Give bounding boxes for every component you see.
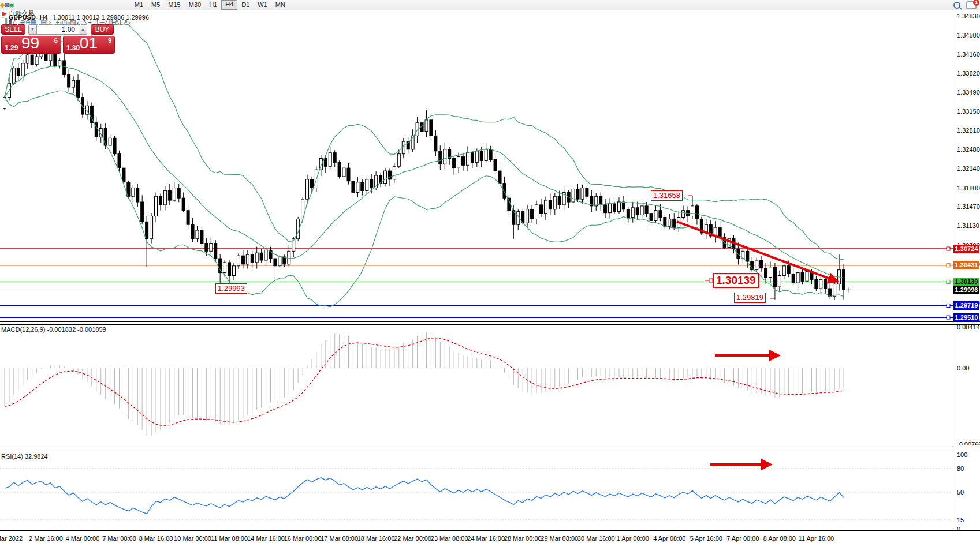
price-tick: 1.34830 [957, 13, 980, 20]
macd-pane[interactable] [0, 324, 953, 445]
timeframe-m30[interactable]: M30 [185, 1, 205, 9]
bid-price-major: 1.29 [5, 44, 18, 52]
new-order-button[interactable]: ▥新订单 [0, 0, 131, 1]
price-tick: 1.34160 [957, 51, 980, 58]
auto-trading-button-icon: ▶ [2, 10, 7, 17]
arrows-icon[interactable]: ↗▾ [122, 18, 131, 25]
date-label: 17 Mar 08:00 [321, 535, 358, 542]
search-icon[interactable] [953, 2, 960, 9]
timeframe-mn[interactable]: MN [271, 1, 289, 9]
price-level-label: 1.29996 [953, 286, 979, 294]
price-level-label: 1.30431 [953, 261, 979, 269]
macd-tick: 0.00 [957, 365, 969, 372]
timeframe-m15[interactable]: M15 [164, 1, 184, 9]
date-label: 14 Mar 16:00 [247, 535, 285, 542]
mt4-terminal: { "toolbar": { "new_order_label": "新订单",… [0, 0, 980, 543]
timeframe-d1[interactable]: D1 [237, 1, 254, 9]
chart-shift-icon[interactable]: ▷ [47, 18, 51, 25]
rsi-tick: 15 [957, 516, 964, 523]
main-chart-pane[interactable] [0, 10, 953, 321]
bid-price-point: 6 [54, 37, 58, 44]
zoom-out-icon[interactable]: ⊖ [25, 18, 31, 25]
timeframe-m5[interactable]: M5 [147, 1, 164, 9]
toolbar-separator [53, 18, 54, 25]
annotation-low-1.29819[interactable]: 1.29819 [734, 293, 766, 303]
date-label: 30 Mar 16:00 [577, 535, 615, 542]
timeframe-toolbar: M1M5M15M30H1H4D1W1MN [131, 0, 289, 10]
rsi-indicator-label: RSI(14) 32.9824 [1, 453, 48, 460]
timeframe-m1[interactable]: M1 [131, 1, 147, 9]
toolbar-right: 1 [953, 1, 977, 9]
price-tick: 1.33820 [957, 70, 980, 77]
date-label: 18 Mar 16:00 [357, 535, 395, 542]
templates-icon[interactable]: ▧▾ [70, 18, 79, 25]
date-label: 4 Apr 08:00 [653, 535, 685, 542]
date-label: 8 Apr 08:00 [763, 535, 796, 542]
rsi-tick: 80 [957, 465, 964, 472]
macd-indicator-label: MACD(12,26,9) -0.001832 -0.001859 [1, 326, 106, 333]
timeframe-h4[interactable]: H4 [221, 0, 237, 10]
price-tick: 1.31800 [957, 185, 980, 192]
toolbar-buttons: ▤▥新订单◆◙◉▶自动交易║▮╱⊕⊖▦▤▷+▾◷▾▧▾↖+│─╱∥FAT↗▾ [0, 0, 131, 27]
periodicity-icon[interactable]: ◷▾ [62, 18, 70, 25]
date-label: 5 Apr 16:00 [690, 535, 722, 542]
vertical-line-icon[interactable]: │ [96, 18, 100, 25]
price-level-label: 1.29510 [953, 313, 979, 322]
notification-badge: 1 [973, 0, 979, 6]
date-label: 2 Mar 16:00 [29, 535, 63, 542]
rsi-pane[interactable] [0, 448, 953, 531]
pane-splitter[interactable] [0, 321, 980, 325]
date-label: 10 Mar 00:00 [174, 535, 211, 542]
price-tick: 1.32140 [957, 165, 980, 172]
bid-price-tile[interactable]: 1.29 99 6 [1, 36, 61, 54]
annotation-support-1.30139[interactable]: 1.30139 [713, 273, 759, 288]
dropdown-caret-icon: ▾ [77, 21, 79, 25]
tile-windows-icon[interactable]: ▦ [31, 18, 36, 25]
date-label: 22 Mar 00:00 [394, 535, 431, 542]
toolbar-separator [17, 18, 18, 25]
arrange-windows-icon[interactable]: ▤ [40, 18, 46, 25]
price-tick: 1.31470 [957, 203, 980, 210]
signals-icon[interactable]: ◉ [9, 1, 14, 8]
price-axis[interactable]: 1.348301.345001.341601.338201.334901.331… [953, 10, 980, 532]
rsi-tick: 100 [957, 451, 967, 458]
date-label: 28 Mar 00:00 [504, 535, 542, 542]
price-level-label: 1.29719 [953, 301, 979, 310]
price-tick: 1.31130 [957, 222, 979, 229]
auto-trading-button-label: 自动交易 [9, 9, 34, 18]
date-label: 24 Mar 16:00 [467, 535, 505, 542]
bid-price-pips: 99 [21, 34, 39, 53]
date-label: 11 Apr 16:00 [799, 535, 834, 542]
annotation-swinglow-1.29993[interactable]: 1.29993 [215, 283, 247, 294]
time-axis[interactable]: Mar 20222 Mar 16:004 Mar 00:007 Mar 08:0… [0, 532, 980, 543]
annotation-high-1.31658[interactable]: 1.31658 [651, 190, 683, 201]
line-chart-icon[interactable]: ╱ [12, 18, 16, 25]
crosshair-icon[interactable]: + [88, 18, 91, 25]
price-tick: 1.33150 [957, 108, 980, 115]
timeframe-h1[interactable]: H1 [205, 1, 221, 9]
rsi-tick: 50 [957, 489, 964, 496]
zoom-in-icon[interactable]: ⊕ [20, 18, 25, 25]
pane-splitter[interactable] [0, 445, 980, 448]
ask-price-tile[interactable]: 1.30 01 9 [63, 36, 115, 54]
price-level-label: 1.30724 [953, 245, 979, 253]
date-label: 8 Mar 16:00 [139, 535, 173, 542]
one-click-trading-panel: SELL ▼ ▲ BUY 1.29 99 6 1.30 01 9 [1, 24, 115, 54]
bar-chart-icon[interactable]: ║ [4, 18, 9, 25]
auto-trading-button[interactable]: ▶自动交易 [0, 9, 131, 18]
add-indicator-icon[interactable]: +▾ [55, 18, 62, 25]
date-label: 1 Apr 00:00 [617, 535, 649, 542]
price-level-label: 1.30139 [953, 278, 979, 286]
toolbar-separator [2, 18, 2, 25]
price-tick: 1.32480 [957, 146, 980, 153]
toolbar-separator [94, 18, 94, 25]
notifications-icon[interactable]: 1 [966, 1, 977, 9]
toolbar-separator [80, 18, 81, 25]
timeframe-w1[interactable]: W1 [254, 1, 271, 9]
price-tick: 1.33490 [957, 89, 980, 96]
pane-splitter [0, 530, 980, 532]
horizontal-line-icon[interactable]: ─ [100, 18, 105, 25]
date-label: 4 Mar 00:00 [66, 535, 100, 542]
date-label: 7 Apr 00:00 [726, 535, 759, 542]
price-tick: 1.34500 [957, 32, 980, 39]
